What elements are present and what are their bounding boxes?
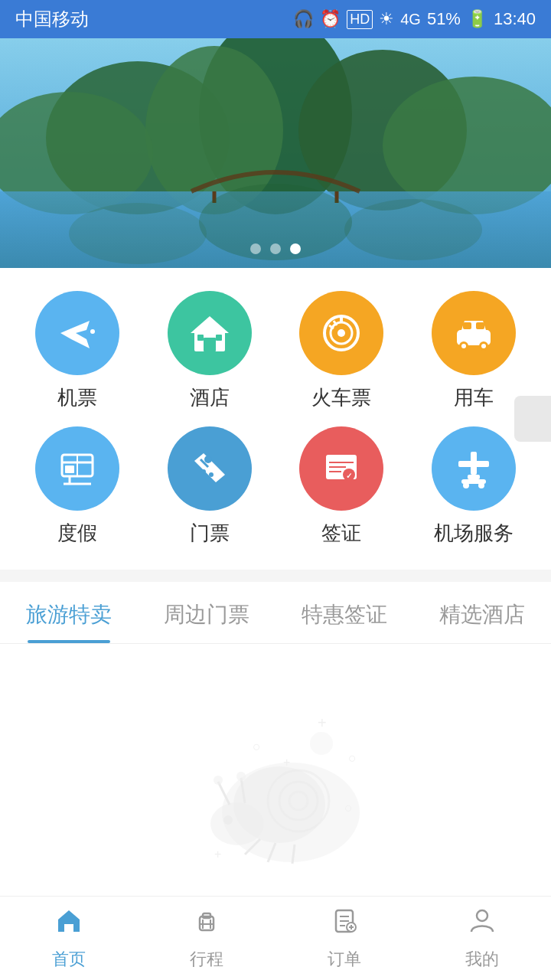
svg-point-27: [461, 344, 466, 348]
network-icon: 4G: [400, 11, 421, 28]
tab-select-hotel[interactable]: 精选酒店: [413, 582, 551, 643]
dot-3: [290, 243, 301, 254]
svg-rect-14: [204, 338, 216, 351]
tickets-label: 门票: [190, 520, 230, 547]
signal-icon: ☀: [379, 9, 394, 29]
service-visa[interactable]: ✓ 签证: [279, 426, 404, 547]
svg-text:+: +: [214, 848, 221, 861]
svg-point-50: [310, 732, 333, 755]
svg-point-28: [481, 344, 486, 348]
svg-text:○: ○: [348, 750, 357, 766]
tab-travel-deals[interactable]: 旅游特卖: [0, 582, 138, 643]
dot-2: [270, 243, 281, 254]
svg-point-63: [236, 772, 246, 781]
service-tickets[interactable]: 门票: [148, 426, 272, 547]
car-icon-bg: [432, 291, 516, 375]
nav-home[interactable]: 首页: [0, 897, 138, 980]
home-label: 首页: [52, 948, 86, 971]
svg-point-64: [223, 815, 233, 825]
empty-state: + ○ + ○ + ○: [0, 644, 551, 935]
train-icon-bg: [299, 291, 383, 375]
hotel-icon-bg: [168, 291, 252, 375]
svg-point-62: [214, 776, 223, 785]
tab-section: 旅游特卖 周边门票 特惠签证 精选酒店 + ○ +: [0, 582, 551, 935]
tab-bar: 旅游特卖 周边门票 特惠签证 精选酒店: [0, 582, 551, 644]
alarm-icon: ⏰: [320, 9, 341, 29]
svg-rect-32: [65, 466, 74, 473]
luggage-icon: [192, 906, 221, 942]
svg-text:+: +: [318, 714, 327, 731]
status-icons: 🎧 ⏰ HD ☀ 4G 51% 🔋 13:40: [293, 9, 536, 29]
itinerary-label: 行程: [190, 948, 223, 971]
service-hotel[interactable]: 酒店: [148, 291, 272, 411]
svg-point-35: [204, 456, 212, 463]
svg-text:○: ○: [344, 800, 353, 815]
services-section: 机票 酒店: [0, 268, 551, 570]
svg-rect-45: [458, 461, 489, 467]
svg-rect-16: [216, 335, 222, 341]
empty-illustration: + ○ + ○ + ○: [168, 705, 383, 874]
visa-label: 签证: [321, 520, 361, 547]
svg-rect-23: [463, 322, 471, 329]
svg-point-10: [344, 199, 482, 260]
hero-banner: [0, 38, 551, 268]
vacation-label: 度假: [57, 520, 97, 547]
hotel-label: 酒店: [190, 384, 230, 411]
status-bar: 中国移动 🎧 ⏰ HD ☀ 4G 51% 🔋 13:40: [0, 0, 551, 38]
hd-icon: HD: [347, 10, 373, 29]
train-label: 火车票: [311, 384, 371, 411]
orders-icon: [330, 906, 359, 942]
nav-itinerary[interactable]: 行程: [138, 897, 276, 980]
service-vacation[interactable]: 度假: [15, 426, 140, 547]
orders-label: 订单: [328, 948, 361, 971]
battery-label: 51%: [427, 9, 461, 29]
svg-point-83: [477, 910, 487, 921]
mine-label: 我的: [465, 948, 499, 971]
svg-rect-24: [476, 322, 484, 329]
service-airport[interactable]: 机场服务: [412, 426, 536, 547]
float-side-btn[interactable]: [514, 396, 551, 442]
nav-orders[interactable]: 订单: [276, 897, 413, 980]
svg-point-37: [209, 472, 214, 477]
headphone-icon: 🎧: [293, 9, 314, 29]
svg-text:✓: ✓: [346, 472, 352, 480]
tickets-icon-bg: [168, 426, 252, 511]
carrier-label: 中国移动: [15, 7, 89, 31]
service-flights[interactable]: 机票: [15, 291, 140, 411]
svg-point-20: [337, 329, 345, 337]
vacation-icon-bg: [35, 426, 119, 511]
svg-rect-46: [468, 475, 480, 479]
airport-icon-bg: [432, 426, 516, 511]
dot-1: [250, 243, 261, 254]
battery-icon: 🔋: [467, 9, 487, 29]
svg-rect-15: [197, 335, 204, 341]
svg-point-49: [478, 482, 484, 488]
svg-point-36: [201, 469, 206, 474]
home-icon: [54, 906, 83, 942]
svg-point-59: [210, 802, 264, 845]
time-label: 13:40: [494, 9, 536, 29]
svg-rect-17: [207, 327, 213, 332]
visa-icon-bg: ✓: [299, 426, 383, 511]
svg-point-48: [463, 482, 469, 488]
car-label: 用车: [454, 384, 494, 411]
airport-label: 机场服务: [434, 520, 514, 547]
flights-label: 机票: [57, 384, 97, 411]
flights-icon-bg: [35, 291, 119, 375]
banner-dots: [250, 243, 301, 254]
user-icon: [468, 906, 497, 942]
svg-point-11: [90, 329, 95, 334]
service-train[interactable]: 火车票: [279, 291, 404, 411]
tab-discount-visa[interactable]: 特惠签证: [276, 582, 413, 643]
services-grid: 机票 酒店: [15, 291, 536, 547]
svg-text:○: ○: [253, 739, 261, 754]
service-car[interactable]: 用车: [412, 291, 536, 411]
svg-point-9: [69, 203, 207, 264]
tab-nearby-tickets[interactable]: 周边门票: [138, 582, 276, 643]
bottom-nav: 首页 行程 订单: [0, 896, 551, 980]
nav-mine[interactable]: 我的: [413, 897, 551, 980]
